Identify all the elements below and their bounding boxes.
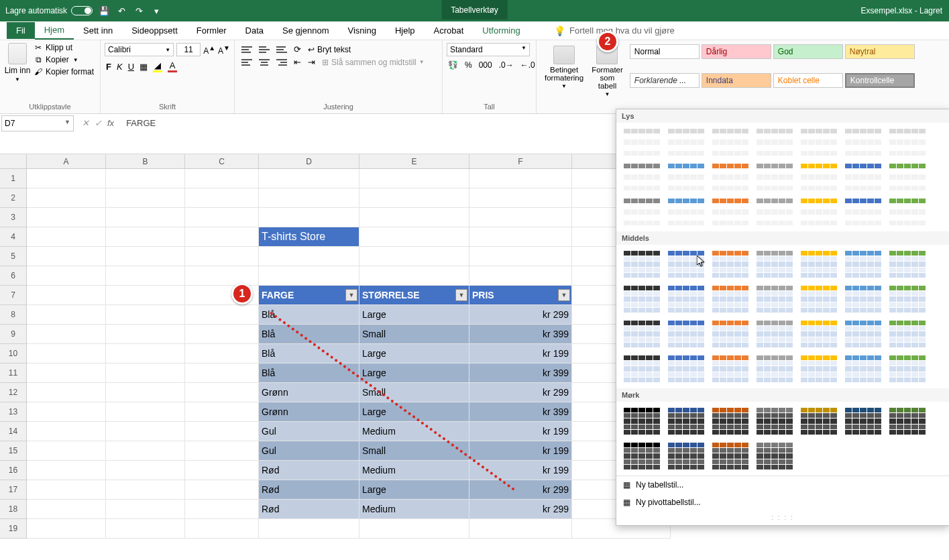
- cell[interactable]: [106, 227, 185, 247]
- table-style-thumb[interactable]: [622, 353, 662, 384]
- cell[interactable]: Large: [359, 344, 469, 363]
- table-style-thumb[interactable]: [799, 249, 839, 280]
- row-header-15[interactable]: 15: [0, 441, 27, 461]
- row-header-16[interactable]: 16: [0, 461, 27, 480]
- table-style-thumb[interactable]: [710, 441, 750, 471]
- table-style-thumb[interactable]: [666, 353, 706, 384]
- row-header-3[interactable]: 3: [0, 208, 27, 227]
- table-style-thumb[interactable]: [622, 441, 662, 471]
- cell[interactable]: [106, 286, 185, 305]
- cell[interactable]: [259, 247, 359, 266]
- table-style-thumb[interactable]: [710, 127, 750, 158]
- table-style-thumb[interactable]: [799, 284, 839, 315]
- table-style-thumb[interactable]: [799, 353, 839, 384]
- cell[interactable]: [106, 188, 185, 208]
- fill-color-button[interactable]: ◢: [153, 60, 162, 72]
- context-tab-tabletools[interactable]: Tabellverktøy: [441, 0, 508, 21]
- table-style-thumb[interactable]: [843, 197, 883, 227]
- cell[interactable]: Grønn: [259, 402, 359, 422]
- cell[interactable]: [185, 422, 259, 441]
- autosave-toggle[interactable]: Lagre automatisk: [5, 6, 93, 15]
- cell[interactable]: [27, 402, 106, 422]
- tab-review[interactable]: Se gjennom: [273, 22, 338, 39]
- col-header-F[interactable]: F: [469, 154, 572, 169]
- cell[interactable]: [106, 325, 185, 344]
- conditional-format-button[interactable]: Betinget formatering▼: [541, 43, 588, 100]
- table-style-thumb[interactable]: [843, 353, 883, 384]
- tab-acrobat[interactable]: Acrobat: [425, 22, 473, 39]
- table-style-thumb[interactable]: [666, 441, 706, 471]
- table-style-thumb[interactable]: [799, 319, 839, 349]
- table-style-thumb[interactable]: [622, 127, 662, 158]
- cell[interactable]: [185, 188, 259, 208]
- cell[interactable]: [27, 344, 106, 363]
- cell[interactable]: kr 299: [469, 305, 572, 325]
- number-format-select[interactable]: Standard▼: [447, 43, 530, 56]
- cell[interactable]: [27, 461, 106, 480]
- cell[interactable]: [185, 169, 259, 188]
- cell[interactable]: [27, 441, 106, 461]
- wrap-text-button[interactable]: ↩Bryt tekst: [308, 45, 351, 54]
- row-header-17[interactable]: 17: [0, 480, 27, 500]
- cell[interactable]: [27, 208, 106, 227]
- undo-icon[interactable]: ↶: [115, 5, 127, 17]
- cell[interactable]: PRIS▼: [469, 286, 572, 305]
- cell[interactable]: Medium: [359, 422, 469, 441]
- col-header-B[interactable]: B: [106, 154, 185, 169]
- table-style-thumb[interactable]: [887, 319, 928, 349]
- cell[interactable]: Blå: [259, 344, 359, 363]
- style-neutral[interactable]: Nøytral: [845, 44, 915, 59]
- cell[interactable]: [27, 519, 106, 539]
- cell[interactable]: [106, 383, 185, 402]
- row-header-10[interactable]: 10: [0, 344, 27, 363]
- cell[interactable]: [106, 422, 185, 441]
- table-style-thumb[interactable]: [710, 284, 750, 315]
- cell[interactable]: Small: [359, 383, 469, 402]
- cell[interactable]: [359, 227, 469, 247]
- cell[interactable]: [469, 266, 572, 286]
- row-header-1[interactable]: 1: [0, 169, 27, 188]
- table-style-thumb[interactable]: [887, 353, 928, 384]
- align-middle-button[interactable]: [259, 46, 270, 53]
- font-size-select[interactable]: 11: [176, 43, 201, 56]
- cell[interactable]: [106, 519, 185, 539]
- cell[interactable]: [106, 305, 185, 325]
- table-style-thumb[interactable]: [843, 127, 883, 158]
- row-header-4[interactable]: 4: [0, 227, 27, 247]
- style-input[interactable]: Inndata: [702, 73, 771, 88]
- row-header-11[interactable]: 11: [0, 363, 27, 383]
- cell[interactable]: [185, 227, 259, 247]
- cell[interactable]: kr 399: [469, 325, 572, 344]
- table-style-thumb[interactable]: [843, 284, 883, 315]
- table-style-thumb[interactable]: [666, 127, 706, 158]
- italic-button[interactable]: K: [117, 62, 123, 72]
- cell[interactable]: Grønn: [259, 383, 359, 402]
- table-style-thumb[interactable]: [710, 319, 750, 349]
- table-style-thumb[interactable]: [755, 441, 795, 471]
- cell[interactable]: [27, 480, 106, 500]
- cell[interactable]: [106, 266, 185, 286]
- cell[interactable]: [259, 169, 359, 188]
- table-style-thumb[interactable]: [887, 197, 928, 227]
- cell[interactable]: [185, 305, 259, 325]
- grow-font-icon[interactable]: A▲: [203, 44, 215, 56]
- cell[interactable]: [27, 305, 106, 325]
- cell[interactable]: [106, 208, 185, 227]
- cell[interactable]: kr 299: [469, 383, 572, 402]
- cell[interactable]: [359, 208, 469, 227]
- table-style-thumb[interactable]: [799, 127, 839, 158]
- row-header-13[interactable]: 13: [0, 402, 27, 422]
- table-style-thumb[interactable]: [843, 249, 883, 280]
- cell[interactable]: [106, 480, 185, 500]
- cell[interactable]: [469, 208, 572, 227]
- style-linked[interactable]: Koblet celle: [773, 73, 843, 88]
- cell[interactable]: [185, 344, 259, 363]
- cell[interactable]: [259, 266, 359, 286]
- cell[interactable]: Medium: [359, 461, 469, 480]
- save-icon[interactable]: 💾: [98, 5, 110, 17]
- cell[interactable]: Large: [359, 363, 469, 383]
- tab-formulas[interactable]: Formler: [187, 22, 236, 39]
- align-top-button[interactable]: [241, 46, 252, 53]
- comma-button[interactable]: 000: [479, 60, 492, 70]
- filter-dropdown[interactable]: ▼: [455, 289, 467, 301]
